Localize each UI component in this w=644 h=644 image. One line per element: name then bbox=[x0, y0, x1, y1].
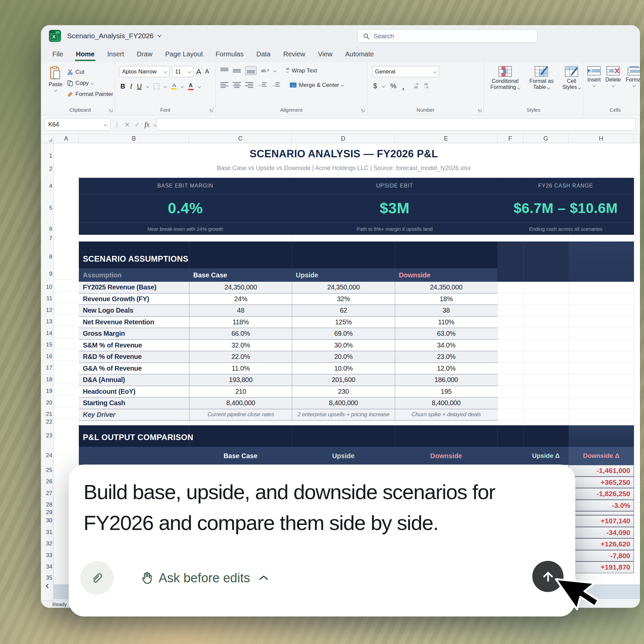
select-all-corner[interactable] bbox=[48, 138, 52, 142]
increase-decimal-icon[interactable]: ←0 .00 bbox=[413, 83, 418, 89]
menu-tab-formulas[interactable]: Formulas bbox=[209, 47, 250, 62]
delta-cell[interactable]: -1,461,000 bbox=[569, 465, 634, 477]
menu-tab-review[interactable]: Review bbox=[277, 47, 312, 62]
cell[interactable]: 48 bbox=[189, 305, 292, 316]
underline-button[interactable]: U bbox=[137, 83, 142, 90]
number-format-select[interactable]: General bbox=[372, 66, 439, 77]
decrease-decimal-icon[interactable]: .00 →0 bbox=[423, 83, 428, 89]
cell[interactable]: 118% bbox=[189, 317, 292, 328]
row-number-34[interactable]: 34 bbox=[41, 564, 52, 570]
row-number-4[interactable]: 4 bbox=[41, 183, 52, 190]
menu-tab-automate[interactable]: Automate bbox=[339, 47, 380, 62]
cancel-icon[interactable]: ✕ bbox=[124, 121, 130, 128]
row-number-18[interactable]: 18 bbox=[41, 376, 52, 383]
column-header-C[interactable]: C bbox=[189, 134, 292, 143]
menu-tab-file[interactable]: File bbox=[46, 47, 69, 62]
merge-center-button[interactable]: ↔ Merge & Center bbox=[290, 80, 344, 90]
cell[interactable]: 193,800 bbox=[189, 374, 292, 386]
cell[interactable]: 12.0% bbox=[395, 363, 497, 374]
cell[interactable]: 32.0% bbox=[189, 340, 292, 351]
delta-cell[interactable]: -1,826,250 bbox=[569, 488, 634, 500]
font-dialog-launcher-icon[interactable] bbox=[210, 109, 213, 112]
column-header-E[interactable]: E bbox=[395, 134, 497, 143]
copilot-prompt-card[interactable]: Build base, upside, and downside scenari… bbox=[69, 465, 575, 616]
cell[interactable]: 24% bbox=[189, 293, 292, 305]
cell[interactable]: 201,600 bbox=[292, 374, 394, 386]
column-header-A[interactable]: A bbox=[54, 134, 79, 143]
cell[interactable]: 18% bbox=[395, 293, 497, 305]
cell[interactable]: 23.0% bbox=[395, 351, 497, 363]
fx-icon[interactable]: fx bbox=[145, 121, 149, 128]
row-number-31[interactable]: 31 bbox=[41, 529, 52, 536]
align-top-icon[interactable] bbox=[220, 68, 228, 73]
decrease-indent-icon[interactable]: ← bbox=[258, 83, 267, 88]
prompt-text[interactable]: Build base, upside, and downside scenari… bbox=[84, 477, 533, 538]
name-box-menu-icon[interactable]: ⋮ bbox=[114, 121, 120, 128]
copy-button[interactable]: Copy bbox=[67, 78, 113, 88]
row-number-13[interactable]: 13 bbox=[41, 318, 52, 325]
search-box[interactable]: Search bbox=[357, 29, 537, 43]
workbook-name[interactable]: Scenario_Analysis_FY2026 bbox=[67, 32, 160, 40]
menu-tab-insert[interactable]: Insert bbox=[101, 47, 130, 62]
cell[interactable]: 110% bbox=[395, 317, 497, 328]
cell[interactable]: 62 bbox=[292, 305, 394, 316]
increase-indent-icon[interactable]: → bbox=[271, 83, 280, 88]
align-center-icon[interactable] bbox=[233, 82, 241, 88]
bold-button[interactable]: B bbox=[120, 83, 125, 90]
menu-tab-draw[interactable]: Draw bbox=[130, 47, 159, 62]
row-number-28[interactable]: 28 bbox=[41, 501, 52, 508]
row-number-27[interactable]: 27 bbox=[41, 490, 52, 497]
column-header-H[interactable]: H bbox=[569, 134, 634, 143]
insert-cells-button[interactable]: Insert bbox=[587, 66, 601, 87]
delta-cell[interactable] bbox=[569, 511, 634, 515]
row-number-24[interactable]: 24 bbox=[41, 452, 52, 459]
formula-input[interactable] bbox=[156, 118, 635, 130]
menu-tab-data[interactable]: Data bbox=[250, 47, 277, 62]
cut-button[interactable]: Cut bbox=[67, 67, 113, 76]
cell[interactable]: 11.0% bbox=[189, 363, 292, 374]
row-number-22[interactable]: 22 bbox=[41, 419, 52, 425]
cell[interactable]: 8,400,000 bbox=[189, 397, 292, 409]
menu-tab-view[interactable]: View bbox=[312, 47, 339, 62]
cell[interactable]: 34.0% bbox=[395, 340, 497, 351]
format-as-table-button[interactable]: Format as Table bbox=[526, 66, 557, 91]
comma-icon[interactable]: , bbox=[402, 83, 405, 89]
row-number-2[interactable]: 2 bbox=[41, 166, 52, 172]
cell[interactable]: 195 bbox=[395, 386, 497, 397]
row-number-26[interactable]: 26 bbox=[41, 478, 52, 485]
cell[interactable]: 30.0% bbox=[292, 340, 394, 351]
row-number-30[interactable]: 30 bbox=[41, 517, 52, 524]
delta-cell[interactable]: -7,800 bbox=[569, 550, 634, 562]
row-number-10[interactable]: 10 bbox=[41, 284, 52, 290]
row-number-5[interactable]: 5 bbox=[41, 205, 52, 211]
font-color-icon[interactable]: A bbox=[188, 83, 194, 90]
attach-button[interactable] bbox=[80, 561, 114, 595]
row-number-14[interactable]: 14 bbox=[41, 330, 52, 337]
align-bottom-icon[interactable] bbox=[245, 66, 257, 75]
format-painter-button[interactable]: Format Painter bbox=[67, 90, 113, 99]
decrease-font-icon[interactable]: Aˇ bbox=[205, 68, 210, 75]
row-number-15[interactable]: 15 bbox=[41, 341, 52, 348]
row-number-33[interactable]: 33 bbox=[41, 552, 52, 559]
paste-button[interactable]: Paste bbox=[49, 66, 62, 99]
sheet-nav-left-icon[interactable]: ‹ bbox=[46, 580, 49, 590]
cell[interactable]: 125% bbox=[292, 317, 394, 328]
clipboard-dialog-launcher-icon[interactable] bbox=[109, 109, 112, 112]
column-header-F[interactable]: F bbox=[497, 134, 523, 143]
enter-icon[interactable]: ✓ bbox=[135, 121, 140, 128]
row-number-11[interactable]: 11 bbox=[41, 295, 52, 302]
alignment-dialog-launcher-icon[interactable] bbox=[361, 109, 365, 112]
cell[interactable]: 63.0% bbox=[395, 328, 497, 339]
row-number-7[interactable]: 7 bbox=[41, 235, 52, 242]
cell[interactable]: Churn spike + delayed deals bbox=[395, 409, 497, 421]
cell[interactable]: 32% bbox=[292, 293, 394, 305]
row-number-23[interactable]: 23 bbox=[41, 432, 52, 439]
name-box[interactable]: K64 bbox=[45, 118, 110, 130]
cell[interactable]: 210 bbox=[189, 386, 292, 397]
percent-icon[interactable]: % bbox=[390, 82, 396, 90]
row-number-21[interactable]: 21 bbox=[41, 411, 52, 418]
row-number-6[interactable]: 6 bbox=[41, 226, 52, 232]
row-number-1[interactable]: 1 bbox=[41, 153, 52, 159]
cell[interactable]: 38 bbox=[395, 305, 497, 316]
column-header-B[interactable]: B bbox=[79, 134, 189, 143]
